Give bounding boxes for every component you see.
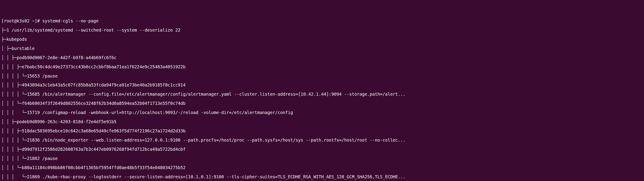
output-line: │ │ │ └─15719 /configmap-reload -webhook… — [1, 110, 643, 115]
output-line: │ │ │ └─f64b60034f3f2649d802556ce3248f62… — [1, 101, 643, 106]
output-line: │ │ │ │ └─15685 /bin/alertmanager --conf… — [1, 92, 643, 97]
output-line: │ │ │ │ └─21836 /bin/node_exporter --web… — [1, 138, 643, 142]
typed-command: systemd-cgls --no-page — [42, 18, 98, 24]
prompt: [root@k3s02 ~]# — [1, 18, 42, 24]
output-line: │ │ │ │ └─15653 /pause — [1, 74, 643, 78]
output-line: │ │ ├─podeb9d8996-263c-4203-818d-f2e4df5… — [1, 120, 643, 124]
output-line: │ │ │ └─21869 ./kube-rbac-proxy --logtos… — [1, 175, 643, 179]
output-line: │ ├─burstable — [1, 46, 643, 51]
output-line: │ │ │ └─b80a11184c098bb86f08cbb4f1365bf5… — [1, 165, 643, 170]
output-line: ├─1 /usr/lib/systemd/systemd --switched-… — [1, 28, 643, 33]
output-line: │ │ ├─podb90d9067-2e8e-4d2f-b9f8-a44b69f… — [1, 56, 643, 60]
output-line: │ │ │ │ └─21802 /pause — [1, 156, 643, 161]
output-line: │ │ │ ├─e7babc50c4dc49e27373cc43b0cc2cbb… — [1, 65, 643, 69]
output-line: │ │ │ ├─d99d7912f2586d282608763a7b3c447e… — [1, 147, 643, 152]
output-line: │ │ │ ├─518dac503695ebce10c642c3a68e65d4… — [1, 129, 643, 133]
command-line: [root@k3s02 ~]# systemd-cgls --no-page — [1, 19, 643, 23]
output-line: ├─kubepods — [1, 37, 643, 42]
output-line: │ │ │ ├─4943894a3c1eb43a5c07fc85b8a53fcd… — [1, 83, 643, 87]
